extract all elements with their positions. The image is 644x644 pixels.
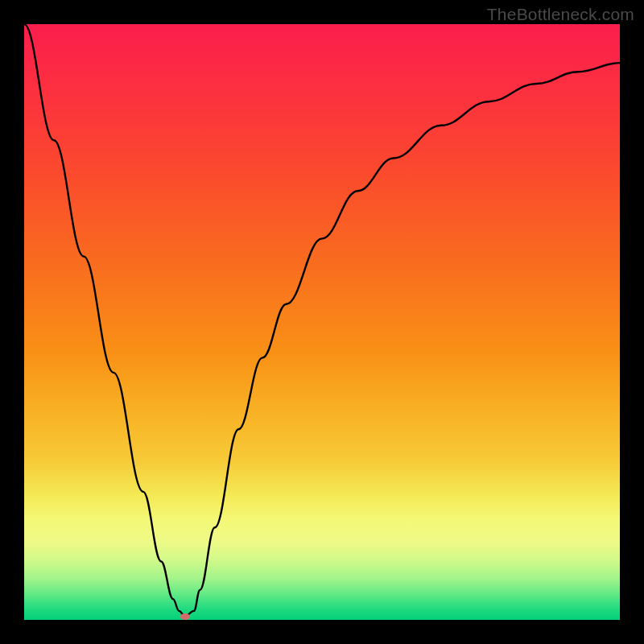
chart-frame: TheBottleneck.com	[0, 0, 644, 644]
plot-area	[24, 24, 620, 620]
gradient-background	[24, 24, 620, 620]
watermark-label: TheBottleneck.com	[487, 5, 634, 24]
